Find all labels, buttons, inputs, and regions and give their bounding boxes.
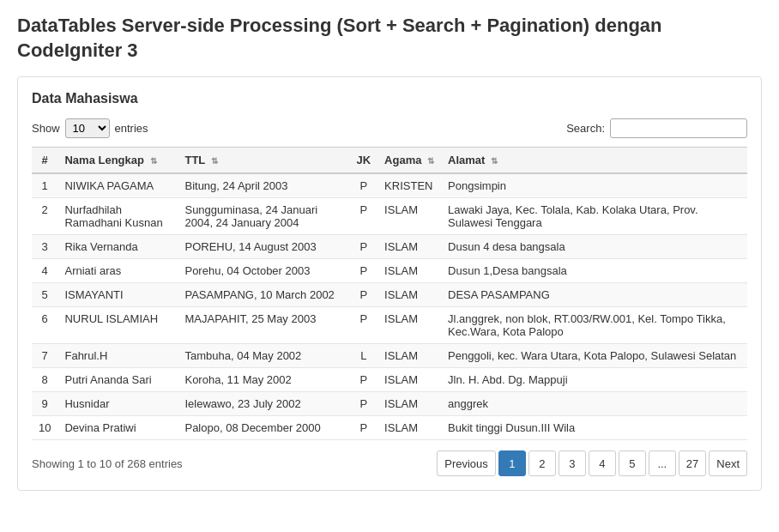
search-label: Search: xyxy=(566,122,605,135)
toolbar: Show 102550100 entries Search: xyxy=(32,118,747,138)
table-row: 3 Rika Vernanda POREHU, 14 August 2003 P… xyxy=(32,235,747,259)
table-footer: Showing 1 to 10 of 268 entries Previous1… xyxy=(32,450,747,476)
cell-ttl: Ielewawo, 23 July 2002 xyxy=(178,392,349,416)
cell-alamat: Jl.anggrek, non blok, RT.003/RW.001, Kel… xyxy=(441,307,747,344)
table-row: 5 ISMAYANTI PASAMPANG, 10 March 2002 P I… xyxy=(32,283,747,307)
pagination-page-5[interactable]: 5 xyxy=(619,450,646,476)
cell-agama: ISLAM xyxy=(377,416,441,440)
cell-jk: P xyxy=(349,259,377,283)
cell-ttl: Bitung, 24 April 2003 xyxy=(178,173,349,198)
cell-num: 7 xyxy=(32,344,57,368)
cell-jk: P xyxy=(349,198,377,235)
cell-alamat: Pongsimpin xyxy=(441,173,747,198)
cell-ttl: Tambuha, 04 May 2002 xyxy=(178,344,349,368)
cell-agama: ISLAM xyxy=(377,344,441,368)
cell-jk: P xyxy=(349,392,377,416)
entries-select[interactable]: 102550100 xyxy=(65,118,110,138)
cell-agama: ISLAM xyxy=(377,198,441,235)
table-row: 1 NIWIKA PAGAMA Bitung, 24 April 2003 P … xyxy=(32,173,747,198)
pagination-ellipsis: ... xyxy=(649,450,676,476)
cell-jk: P xyxy=(349,368,377,392)
data-card: Data Mahasiswa Show 102550100 entries Se… xyxy=(17,76,762,491)
cell-ttl: Porehu, 04 October 2003 xyxy=(178,259,349,283)
pagination-page-3[interactable]: 3 xyxy=(559,450,586,476)
cell-alamat: Dusun 4 desa bangsala xyxy=(441,235,747,259)
cell-alamat: DESA PASAMPANG xyxy=(441,283,747,307)
cell-agama: ISLAM xyxy=(377,392,441,416)
card-title: Data Mahasiswa xyxy=(32,91,747,106)
cell-nama: Putri Ananda Sari xyxy=(57,368,178,392)
cell-nama: ISMAYANTI xyxy=(57,283,178,307)
show-label: Show xyxy=(32,122,60,135)
cell-agama: ISLAM xyxy=(377,259,441,283)
table-row: 9 Husnidar Ielewawo, 23 July 2002 P ISLA… xyxy=(32,392,747,416)
sort-icon-agama: ⇅ xyxy=(427,156,434,166)
table-row: 8 Putri Ananda Sari Koroha, 11 May 2002 … xyxy=(32,368,747,392)
table-row: 6 NURUL ISLAMIAH MAJAPAHIT, 25 May 2003 … xyxy=(32,307,747,344)
cell-alamat: Lawaki Jaya, Kec. Tolala, Kab. Kolaka Ut… xyxy=(441,198,747,235)
cell-jk: P xyxy=(349,283,377,307)
table-row: 4 Arniati aras Porehu, 04 October 2003 P… xyxy=(32,259,747,283)
table-header: # Nama Lengkap ⇅ TTL ⇅ JK Agama ⇅ Alamat… xyxy=(32,148,747,174)
cell-ttl: Palopo, 08 December 2000 xyxy=(178,416,349,440)
cell-jk: P xyxy=(349,173,377,198)
cell-num: 8 xyxy=(32,368,57,392)
cell-agama: ISLAM xyxy=(377,307,441,344)
cell-jk: P xyxy=(349,307,377,344)
data-table: # Nama Lengkap ⇅ TTL ⇅ JK Agama ⇅ Alamat… xyxy=(32,147,747,440)
header-row: # Nama Lengkap ⇅ TTL ⇅ JK Agama ⇅ Alamat… xyxy=(32,148,747,174)
cell-num: 10 xyxy=(32,416,57,440)
cell-jk: P xyxy=(349,235,377,259)
cell-num: 3 xyxy=(32,235,57,259)
cell-num: 2 xyxy=(32,198,57,235)
cell-nama: Rika Vernanda xyxy=(57,235,178,259)
col-header-alamat[interactable]: Alamat ⇅ xyxy=(441,148,747,174)
pagination-prev[interactable]: Previous xyxy=(437,450,496,476)
table-row: 7 Fahrul.H Tambuha, 04 May 2002 L ISLAM … xyxy=(32,344,747,368)
col-header-num: # xyxy=(32,148,57,174)
showing-text: Showing 1 to 10 of 268 entries xyxy=(32,457,183,470)
cell-alamat: Jln. H. Abd. Dg. Mappuji xyxy=(441,368,747,392)
pagination-page-2[interactable]: 2 xyxy=(528,450,556,476)
cell-agama: ISLAM xyxy=(377,235,441,259)
pagination-next[interactable]: Next xyxy=(709,450,747,476)
cell-num: 6 xyxy=(32,307,57,344)
cell-ttl: MAJAPAHIT, 25 May 2003 xyxy=(178,307,349,344)
pagination-page-27[interactable]: 27 xyxy=(679,450,706,476)
cell-agama: KRISTEN xyxy=(377,173,441,198)
cell-ttl: PASAMPANG, 10 March 2002 xyxy=(178,283,349,307)
search-input[interactable] xyxy=(610,118,747,138)
cell-agama: ISLAM xyxy=(377,368,441,392)
sort-icon-nama: ⇅ xyxy=(150,156,157,166)
sort-icon-alamat: ⇅ xyxy=(491,156,498,166)
cell-num: 1 xyxy=(32,173,57,198)
cell-nama: Nurfadhilah Ramadhani Kusnan xyxy=(57,198,178,235)
search-box: Search: xyxy=(566,118,747,138)
table-body: 1 NIWIKA PAGAMA Bitung, 24 April 2003 P … xyxy=(32,173,747,440)
show-entries-control: Show 102550100 entries xyxy=(32,118,148,138)
entries-label: entries xyxy=(115,122,148,135)
cell-ttl: Sungguminasa, 24 Januari 2004, 24 Januar… xyxy=(178,198,349,235)
cell-num: 5 xyxy=(32,283,57,307)
pagination-page-1[interactable]: 1 xyxy=(498,450,526,476)
pagination: Previous12345...27Next xyxy=(437,450,747,476)
cell-nama: Fahrul.H xyxy=(57,344,178,368)
pagination-page-4[interactable]: 4 xyxy=(589,450,616,476)
cell-nama: Arniati aras xyxy=(57,259,178,283)
cell-ttl: POREHU, 14 August 2003 xyxy=(178,235,349,259)
sort-icon-ttl: ⇅ xyxy=(211,156,218,166)
cell-alamat: anggrek xyxy=(441,392,747,416)
cell-alamat: Penggoli, kec. Wara Utara, Kota Palopo, … xyxy=(441,344,747,368)
col-header-ttl[interactable]: TTL ⇅ xyxy=(178,148,349,174)
cell-ttl: Koroha, 11 May 2002 xyxy=(178,368,349,392)
cell-jk: L xyxy=(349,344,377,368)
cell-num: 9 xyxy=(32,392,57,416)
col-header-jk: JK xyxy=(349,148,377,174)
cell-nama: Devina Pratiwi xyxy=(57,416,178,440)
col-header-agama[interactable]: Agama ⇅ xyxy=(377,148,441,174)
col-header-nama[interactable]: Nama Lengkap ⇅ xyxy=(57,148,178,174)
cell-nama: NURUL ISLAMIAH xyxy=(57,307,178,344)
cell-jk: P xyxy=(349,416,377,440)
cell-alamat: Bukit tinggi Dusun.III Wila xyxy=(441,416,747,440)
cell-num: 4 xyxy=(32,259,57,283)
